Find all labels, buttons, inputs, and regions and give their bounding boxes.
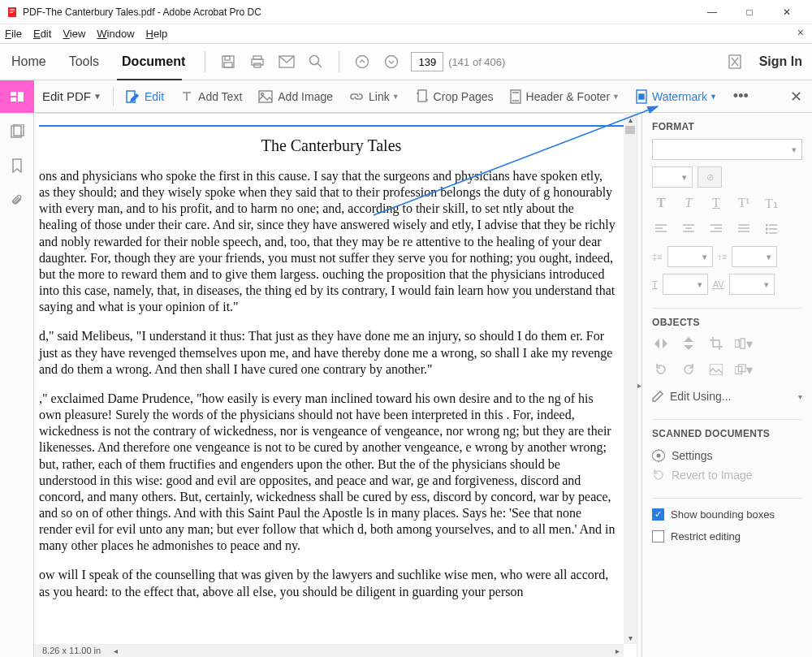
flip-h-icon[interactable] <box>652 335 670 352</box>
rotate-cw-icon[interactable] <box>680 361 698 378</box>
font-size-select[interactable]: ▾ <box>652 166 693 188</box>
menu-view[interactable]: View <box>63 28 85 40</box>
maximize-button[interactable]: □ <box>731 0 768 24</box>
arrange-icon[interactable]: ▾ <box>735 361 753 378</box>
show-bounding-boxes-checkbox[interactable]: ✓ Show bounding boxes <box>652 508 802 521</box>
add-text-label: Add Text <box>198 90 242 103</box>
align-left-icon[interactable] <box>652 220 670 238</box>
link-button[interactable]: Link▼ <box>341 80 408 112</box>
subscript-icon[interactable]: T₁ <box>762 194 780 212</box>
edit-button[interactable]: Edit <box>117 80 172 112</box>
more-tools-icon[interactable]: ••• <box>725 88 757 105</box>
format-section: FORMAT ▾ ▾ ⊘ T T T T¹ T₁ ‡≡ <box>652 121 802 295</box>
para-spacing-select[interactable]: ▾ <box>732 246 777 267</box>
horizontal-scrollbar[interactable]: 8.26 x 11.00 in ◂ ▸ <box>34 644 624 657</box>
edit-using-dropdown[interactable]: Edit Using... ▾ <box>652 387 802 406</box>
tools-panel-icon[interactable] <box>0 80 34 113</box>
section-title-objects: OBJECTS <box>652 317 802 328</box>
close-button[interactable]: ✕ <box>768 0 806 24</box>
svg-rect-20 <box>639 94 644 99</box>
rotate-ccw-icon[interactable] <box>652 361 670 378</box>
watermark-label: Watermark <box>652 90 707 103</box>
add-text-button[interactable]: Add Text <box>172 80 250 112</box>
font-color-button[interactable]: ⊘ <box>698 166 722 188</box>
page-number-input[interactable] <box>411 52 443 71</box>
attachment-icon[interactable] <box>11 192 24 210</box>
scroll-right-icon[interactable]: ▸ <box>611 646 624 655</box>
edit-pdf-dropdown[interactable]: Edit PDF▼ <box>34 80 110 112</box>
sign-in-link[interactable]: Sign In <box>759 54 802 69</box>
justify-icon[interactable] <box>735 220 753 238</box>
header-footer-label: Header & Footer <box>526 90 611 103</box>
minimize-button[interactable]: — <box>693 0 731 24</box>
restrict-editing-checkbox[interactable]: Restrict editing <box>652 530 802 542</box>
svg-rect-12 <box>18 92 24 102</box>
scroll-thumb[interactable] <box>625 126 635 134</box>
superscript-icon[interactable]: T¹ <box>735 194 753 212</box>
checkbox-unchecked-icon <box>652 530 664 542</box>
close-edit-icon[interactable]: ✕ <box>790 88 802 106</box>
tab-tools[interactable]: Tools <box>58 44 110 80</box>
tab-home[interactable]: Home <box>0 44 58 80</box>
scroll-down-icon[interactable]: ▾ <box>624 631 637 644</box>
svg-rect-13 <box>11 97 16 102</box>
hscale-select[interactable]: ▾ <box>663 274 708 295</box>
text-style-row: T T T T¹ T₁ <box>652 194 802 212</box>
menu-help[interactable]: Help <box>146 28 168 40</box>
thumbnails-icon[interactable] <box>10 124 24 142</box>
menu-file[interactable]: File <box>5 28 22 40</box>
document-close-icon[interactable]: × <box>797 26 804 39</box>
svg-rect-1 <box>225 56 230 60</box>
bold-icon[interactable]: T <box>652 194 670 212</box>
add-image-button[interactable]: Add Image <box>250 80 341 112</box>
edit-pdf-label: Edit PDF <box>42 89 91 103</box>
revert-to-image-button[interactable]: Revert to Image <box>652 465 802 485</box>
watermark-button[interactable]: Watermark▼ <box>628 80 725 112</box>
flip-v-icon[interactable] <box>680 335 698 352</box>
toolbar-divider <box>205 51 205 72</box>
edit-toolbar: Edit PDF▼ Edit Add Text Add Image Link▼ … <box>0 80 812 113</box>
svg-point-16 <box>261 93 264 95</box>
document-paragraph: ow will I speak of the counselling that … <box>39 567 624 599</box>
document-page: The Canterbury Tales ons and physicians … <box>34 113 624 644</box>
document-viewport[interactable]: The Canterbury Tales ons and physicians … <box>34 113 637 657</box>
revert-label: Revert to Image <box>672 469 753 482</box>
crop-icon[interactable] <box>707 335 725 352</box>
align-objects-icon[interactable]: ▾ <box>735 335 753 352</box>
svg-rect-4 <box>252 59 263 65</box>
page-up-icon[interactable] <box>350 50 374 74</box>
scroll-up-icon[interactable]: ▴ <box>624 113 637 126</box>
align-right-icon[interactable] <box>707 220 725 238</box>
close-panel-icon[interactable] <box>723 50 747 74</box>
font-family-select[interactable]: ▾ <box>652 139 802 160</box>
window-controls: — □ ✕ <box>693 0 806 24</box>
list-icon[interactable] <box>762 220 780 238</box>
mail-icon[interactable] <box>274 50 299 74</box>
bookmark-icon[interactable] <box>11 158 23 176</box>
scanned-section: SCANNED DOCUMENTS Settings Revert to Ima… <box>652 428 802 485</box>
main-content: The Canterbury Tales ons and physicians … <box>0 113 812 657</box>
align-center-icon[interactable] <box>680 220 698 238</box>
underline-icon[interactable]: T <box>707 194 725 212</box>
header-footer-button[interactable]: Header & Footer▼ <box>502 80 628 112</box>
italic-icon[interactable]: T <box>680 194 698 212</box>
menu-window[interactable]: Window <box>97 28 134 40</box>
save-icon[interactable] <box>216 50 240 74</box>
print-icon[interactable] <box>245 50 270 74</box>
objects-section: OBJECTS ▾ ▾ Edit Using... ▾ <box>652 317 802 406</box>
replace-image-icon[interactable] <box>707 361 725 378</box>
scroll-left-icon[interactable]: ◂ <box>109 646 122 655</box>
crop-pages-button[interactable]: Crop Pages <box>408 80 502 112</box>
svg-point-23 <box>766 224 767 226</box>
char-spacing-select[interactable]: ▾ <box>729 274 775 295</box>
svg-rect-26 <box>735 340 739 348</box>
menu-edit[interactable]: Edit <box>33 28 51 40</box>
line-spacing-select[interactable]: ▾ <box>667 246 713 267</box>
search-icon[interactable] <box>304 50 328 74</box>
align-row <box>652 220 802 238</box>
page-down-icon[interactable] <box>379 50 404 74</box>
settings-button[interactable]: Settings <box>652 446 802 465</box>
svg-point-25 <box>766 232 767 234</box>
tab-document[interactable]: Document <box>110 44 197 80</box>
vertical-scrollbar[interactable]: ▴ ▾ <box>624 113 637 644</box>
